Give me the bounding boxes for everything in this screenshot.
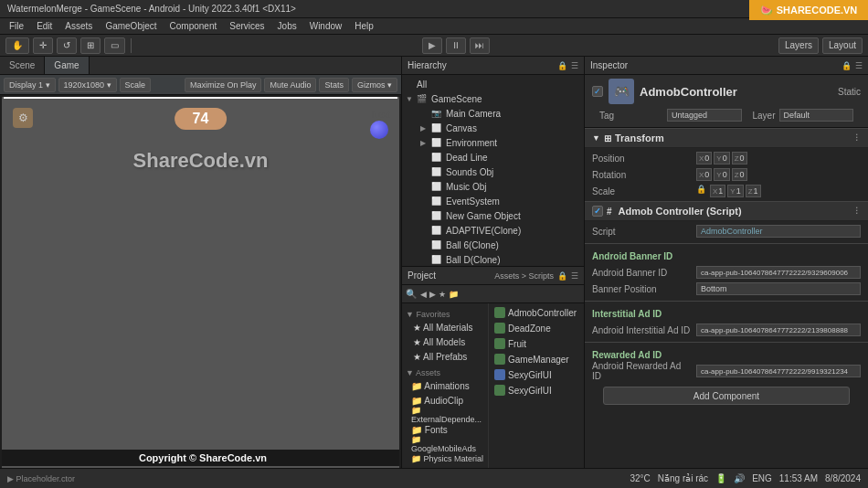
inspector-obj-header: ✓ 🎮 AdmobController Static Tag Untagged … bbox=[585, 75, 868, 128]
menu-jobs[interactable]: Jobs bbox=[272, 20, 302, 32]
layout-btn[interactable]: Layout bbox=[822, 37, 863, 54]
rotation-z[interactable]: Z 0 bbox=[732, 168, 747, 181]
hand-tool-btn[interactable]: ✋ bbox=[5, 37, 29, 54]
menu-edit[interactable]: Edit bbox=[31, 20, 58, 32]
proj-all-materials[interactable]: ★ All Materials bbox=[402, 320, 488, 334]
maximize-play-btn[interactable]: Maximize On Play bbox=[185, 78, 262, 92]
android-interstitial-label: Android Interstitial Ad ID bbox=[592, 325, 693, 335]
menu-component[interactable]: Component bbox=[164, 20, 223, 32]
menu-gameobject[interactable]: GameObject bbox=[100, 20, 162, 32]
pause-btn[interactable]: ⏸ bbox=[446, 37, 466, 54]
stats-btn[interactable]: Stats bbox=[319, 78, 349, 92]
game-next-ball bbox=[370, 121, 388, 139]
file-deadzone[interactable]: DeadZone bbox=[491, 321, 582, 335]
project-menu-icon[interactable]: ☰ bbox=[571, 271, 578, 281]
file-sexygirl-prefab[interactable]: SexyGirlUI bbox=[491, 367, 582, 382]
proj-nav-star[interactable]: ★ bbox=[439, 290, 446, 299]
file-deadzone-name: DeadZone bbox=[508, 324, 551, 334]
move-tool-btn[interactable]: ✛ bbox=[33, 37, 53, 54]
scale-z[interactable]: Z 1 bbox=[746, 185, 761, 197]
hier-env[interactable]: ▶ ⬜ Environment bbox=[402, 135, 584, 150]
status-lang: ENG bbox=[752, 473, 772, 483]
gizmos-btn[interactable]: Gizmos ▾ bbox=[352, 78, 397, 92]
scale-y[interactable]: Y 1 bbox=[727, 185, 743, 197]
position-xyz: X 0 Y 0 Z 0 bbox=[696, 152, 861, 164]
proj-nav-arrow-left[interactable]: ◀ bbox=[420, 290, 427, 299]
position-y[interactable]: Y 0 bbox=[714, 152, 729, 164]
android-rewarded-label: Android Rewarded Ad ID bbox=[592, 361, 693, 381]
file-admob[interactable]: AdmobController bbox=[491, 305, 582, 320]
hierarchy-content[interactable]: All ▼ 🎬 GameScene 📷 Main Camera ▶ ⬜ Canv… bbox=[402, 75, 584, 266]
scale-x[interactable]: X 1 bbox=[710, 185, 725, 197]
position-z[interactable]: Z 0 bbox=[732, 152, 747, 164]
file-gamemanager[interactable]: GameManager bbox=[491, 352, 582, 366]
hier-all[interactable]: All bbox=[402, 77, 584, 91]
hier-canvas[interactable]: ▶ ⬜ Canvas bbox=[402, 121, 584, 135]
layer-value[interactable]: Default bbox=[779, 109, 854, 122]
proj-all-prefabs[interactable]: ★ All Prefabs bbox=[402, 349, 488, 364]
hier-adaptive[interactable]: ⬜ ADAPTIVE(Clone) bbox=[402, 223, 584, 238]
proj-all-models[interactable]: ★ All Models bbox=[402, 334, 488, 349]
layers-btn[interactable]: Layers bbox=[778, 37, 819, 54]
hier-sounds[interactable]: ⬜ Sounds Obj bbox=[402, 164, 584, 179]
transform-header[interactable]: ▼ ⊞ Transform ⋮ bbox=[585, 128, 868, 148]
hier-gamescene[interactable]: ▼ 🎬 GameScene bbox=[402, 91, 584, 106]
android-interstitial-value[interactable]: ca-app-pub-1064078647772222/2139808888 bbox=[696, 324, 861, 336]
rotate-tool-btn[interactable]: ↺ bbox=[57, 37, 77, 54]
hier-maincamera[interactable]: 📷 Main Camera bbox=[402, 106, 584, 121]
hier-balld[interactable]: ⬜ Ball D(Clone) bbox=[402, 252, 584, 266]
file-sexygirl-cs[interactable]: SexyGirlUI bbox=[491, 383, 582, 398]
step-btn[interactable]: ⏭ bbox=[470, 37, 490, 54]
menu-file[interactable]: File bbox=[4, 20, 29, 32]
tag-value[interactable]: Untagged bbox=[667, 109, 742, 122]
mute-btn[interactable]: Mute Audio bbox=[264, 78, 316, 92]
rotation-x[interactable]: X 0 bbox=[696, 168, 712, 181]
rect-tool-btn[interactable]: ▭ bbox=[104, 37, 125, 54]
proj-animations[interactable]: 📁 Animations bbox=[402, 378, 488, 393]
resolution-btn[interactable]: 1920x1080 ▾ bbox=[58, 78, 117, 92]
banner-pos-value[interactable]: Bottom bbox=[696, 282, 861, 295]
hierarchy-lock-icon[interactable]: 🔒 bbox=[557, 61, 567, 70]
obj-active-checkbox[interactable]: ✓ bbox=[592, 86, 603, 97]
android-rewarded-value[interactable]: ca-app-pub-1064078647772222/9919321234 bbox=[696, 365, 861, 377]
proj-nav-folder[interactable]: 📁 bbox=[449, 290, 459, 299]
menu-services[interactable]: Services bbox=[224, 20, 270, 32]
hierarchy-menu-icon[interactable]: ☰ bbox=[571, 61, 578, 70]
proj-external[interactable]: 📁 ExternalDepende... bbox=[402, 408, 488, 422]
script-ref-value[interactable]: AdmobController bbox=[696, 225, 861, 238]
hier-newgame[interactable]: ⬜ New Game Object bbox=[402, 208, 584, 223]
file-admob-icon bbox=[494, 307, 505, 318]
scale-btn[interactable]: Scale bbox=[120, 78, 152, 92]
hier-music[interactable]: ⬜ Music Obj bbox=[402, 179, 584, 194]
project-tree[interactable]: ▼ Favorites ★ All Materials ★ All Models… bbox=[402, 303, 489, 488]
hier-ball6[interactable]: ⬜ Ball 6(Clone) bbox=[402, 238, 584, 252]
inspector-menu-icon[interactable]: ☰ bbox=[855, 61, 863, 70]
game-gear-btn[interactable]: ⚙ bbox=[13, 108, 33, 128]
menu-help[interactable]: Help bbox=[349, 20, 379, 32]
scene-tab[interactable]: Scene bbox=[0, 57, 45, 74]
hier-deadline[interactable]: ⬜ Dead Line bbox=[402, 150, 584, 164]
admob-script-header[interactable]: ✓ # Admob Controller (Script) ⋮ bbox=[585, 201, 868, 221]
admob-options-icon[interactable]: ⋮ bbox=[852, 207, 861, 216]
position-x[interactable]: X 0 bbox=[696, 152, 712, 164]
transform-options-icon[interactable]: ⋮ bbox=[852, 133, 861, 143]
rotation-y[interactable]: Y 0 bbox=[714, 168, 729, 181]
game-tab[interactable]: Game bbox=[45, 57, 89, 74]
scale-tool-btn[interactable]: ⊞ bbox=[80, 37, 101, 54]
proj-googlemobile[interactable]: 📁 GoogleMobileAds bbox=[402, 437, 488, 451]
display-btn[interactable]: Display 1 ▾ bbox=[4, 78, 56, 92]
menu-window[interactable]: Window bbox=[304, 20, 348, 32]
android-banner-value[interactable]: ca-app-pub-1064078647772222/9329609006 bbox=[696, 266, 861, 279]
hier-eventsystem[interactable]: ⬜ EventSystem bbox=[402, 194, 584, 208]
project-lock-icon[interactable]: 🔒 bbox=[557, 271, 567, 281]
menu-assets[interactable]: Assets bbox=[59, 20, 98, 32]
proj-nav-arrow-right[interactable]: ▶ bbox=[429, 290, 436, 299]
play-btn[interactable]: ▶ bbox=[422, 37, 442, 54]
proj-physics[interactable]: 📁 Physics Material bbox=[402, 451, 488, 466]
file-fruit[interactable]: Fruit bbox=[491, 336, 582, 351]
inspector-lock-icon[interactable]: 🔒 bbox=[842, 61, 852, 70]
all-models-icon: ★ bbox=[413, 337, 421, 347]
scale-lock-icon[interactable]: 🔒 bbox=[696, 185, 706, 197]
add-component-btn[interactable]: Add Component bbox=[603, 387, 850, 405]
admob-active-checkbox[interactable]: ✓ bbox=[592, 206, 603, 217]
